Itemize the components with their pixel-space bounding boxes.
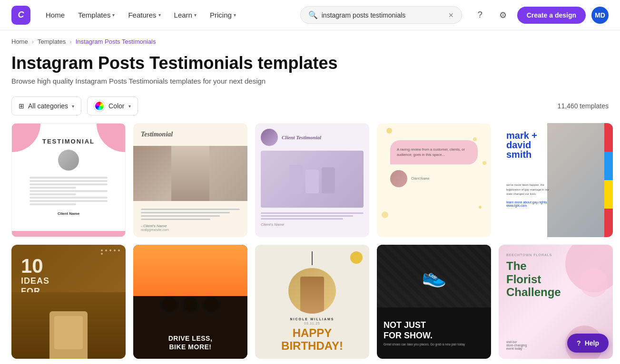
categories-filter[interactable]: ⊞ All categories ▾ — [11, 96, 81, 115]
breadcrumb-current: Instagram Posts Testimonials — [76, 38, 156, 45]
templates-count: 11,460 templates — [558, 102, 609, 110]
template-card-10[interactable]: BEECHTOWN FLORALS TheFloristChallenge vi… — [499, 245, 613, 359]
page-title: Instagram Posts Testimonials templates — [11, 53, 609, 73]
page-header: Instagram Posts Testimonials templates B… — [0, 49, 620, 93]
settings-icon-btn[interactable]: ⚙ — [494, 7, 512, 24]
color-label: Color — [108, 102, 124, 110]
search-input[interactable] — [322, 11, 444, 19]
template-card-9[interactable]: 👟 NOT JUSTFOR SHOW. Great shoes can take… — [377, 245, 491, 359]
template-card-6[interactable]: 10 IDEASFORPICNIC — [11, 245, 126, 359]
template-card-2[interactable]: Testimonial - Client's Name reallygreats… — [133, 123, 247, 237]
navbar: C Home Templates ▾ Features ▾ Learn ▾ Pr… — [0, 0, 620, 30]
categories-chevron: ▾ — [72, 104, 74, 109]
color-filter[interactable]: Color ▾ — [87, 96, 138, 115]
nav-learn-chevron: ▾ — [194, 12, 197, 18]
grid-icon: ⊞ — [19, 102, 24, 110]
template-card-7[interactable]: DRIVE LESS,BIKE MORE! — [133, 245, 247, 359]
help-icon-btn[interactable]: ? — [472, 7, 489, 24]
search-clear-icon[interactable]: ✕ — [448, 11, 454, 19]
color-chevron: ▾ — [128, 104, 131, 109]
nav-templates[interactable]: Templates ▾ — [72, 7, 120, 23]
template-card-5[interactable]: mark + david smith we've never been happ… — [499, 123, 613, 237]
template-card-4[interactable]: A raving review from a customer, clients… — [377, 123, 491, 237]
breadcrumb-sep-1: › — [32, 38, 34, 45]
search-bar[interactable]: 🔍 ✕ — [300, 6, 462, 24]
nav-learn-label: Learn — [174, 11, 192, 19]
breadcrumb-templates[interactable]: Templates — [38, 38, 66, 45]
nav-features-label: Features — [128, 11, 156, 19]
nav-home[interactable]: Home — [40, 7, 70, 23]
categories-label: All categories — [28, 102, 68, 110]
filters-row: ⊞ All categories ▾ Color ▾ 11,460 templa… — [0, 93, 620, 123]
search-icon: 🔍 — [308, 10, 318, 19]
logo[interactable]: C — [11, 6, 30, 25]
nav-pricing-label: Pricing — [210, 11, 232, 19]
nav-actions: ? ⚙ Create a design MD — [472, 7, 609, 24]
nav-templates-label: Templates — [78, 11, 110, 19]
logo-text: C — [18, 10, 24, 20]
template-card-8[interactable]: NICOLE WILLIAMS 03.11.25 HAPPYBIRTHDAY! — [255, 245, 369, 359]
template-card-3[interactable]: Client Testimonial Client's Name — [255, 123, 369, 237]
filters-left: ⊞ All categories ▾ Color ▾ — [11, 96, 138, 115]
breadcrumb: Home › Templates › Instagram Posts Testi… — [0, 30, 620, 49]
color-swatch — [94, 101, 105, 111]
page-subtitle: Browse high quality Instagram Posts Test… — [11, 77, 609, 85]
avatar[interactable]: MD — [591, 7, 609, 24]
create-design-button[interactable]: Create a design — [517, 7, 586, 24]
nav-home-label: Home — [46, 11, 65, 19]
templates-grid: TESTIMONIAL Client Name Testimonial — [0, 123, 620, 364]
nav-pricing[interactable]: Pricing ▾ — [204, 7, 242, 23]
nav-links: Home Templates ▾ Features ▾ Learn ▾ Pric… — [40, 7, 242, 23]
nav-pricing-chevron: ▾ — [234, 12, 236, 18]
template-card-1[interactable]: TESTIMONIAL Client Name — [11, 123, 126, 237]
nav-features-chevron: ▾ — [158, 12, 161, 18]
nav-templates-chevron: ▾ — [112, 12, 115, 18]
nav-learn[interactable]: Learn ▾ — [168, 7, 202, 23]
breadcrumb-home[interactable]: Home — [11, 38, 28, 45]
breadcrumb-sep-2: › — [69, 38, 71, 45]
nav-features[interactable]: Features ▾ — [122, 7, 166, 23]
